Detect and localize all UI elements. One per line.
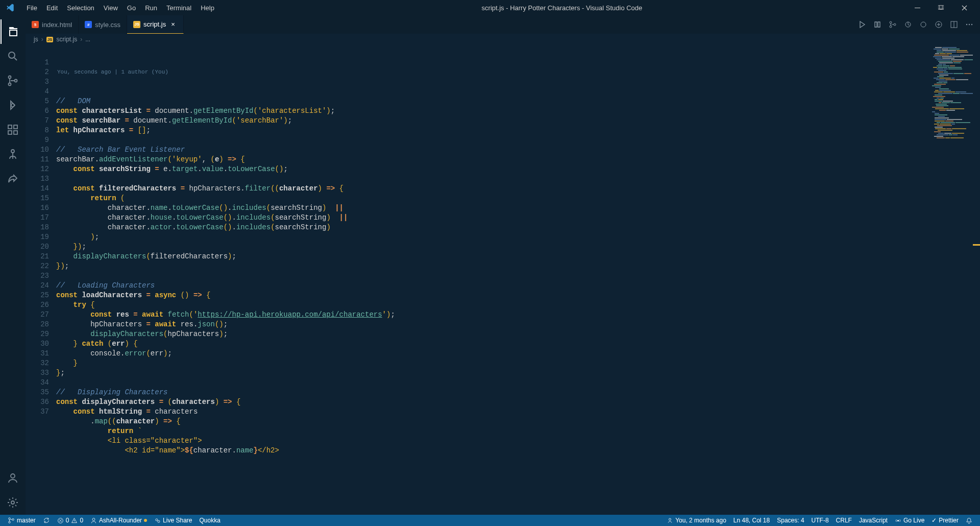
code-line[interactable]: // Loading Characters (56, 281, 980, 291)
code-line[interactable]: // Displaying Characters (56, 388, 980, 397)
account-status[interactable]: AshAll-Rounder (87, 515, 151, 526)
settings-gear-icon[interactable] (1, 490, 25, 515)
run-icon[interactable] (856, 19, 868, 30)
vscode-logo-icon (4, 2, 16, 14)
code-line[interactable]: <h2 id="name">${character.name}</h2> (56, 446, 980, 456)
minimap[interactable] (932, 47, 973, 200)
explorer-icon[interactable] (1, 19, 25, 44)
split-icon[interactable] (948, 19, 960, 30)
eol-status[interactable]: CRLF (832, 515, 855, 526)
next-icon[interactable] (918, 19, 929, 30)
encoding-status[interactable]: UTF-8 (808, 515, 832, 526)
code-line[interactable]: const charactersList = document.getEleme… (56, 106, 980, 116)
tab-style-css[interactable]: #style.css (79, 15, 127, 34)
svg-point-17 (894, 23, 896, 26)
code-line[interactable]: character.actor.toLowerCase().includes(s… (56, 223, 980, 232)
code-line[interactable]: hpCharacters = await res.json(); (56, 320, 980, 329)
maximize-button[interactable] (929, 0, 952, 15)
breadcrumb[interactable]: js › JS script.js › ... (26, 34, 980, 45)
language-status[interactable]: JavaScript (855, 515, 891, 526)
code-line[interactable] (56, 174, 980, 184)
search-icon[interactable] (1, 44, 25, 68)
account-icon[interactable] (1, 466, 25, 490)
toggle-icon[interactable] (933, 19, 944, 30)
tab-label: style.css (95, 21, 120, 29)
code-line[interactable]: ); (56, 232, 980, 242)
code-line[interactable]: const searchBar = document.getElementByI… (56, 116, 980, 126)
code-line[interactable]: const filteredCharacters = hpCharacters.… (56, 184, 980, 194)
tab-close-icon[interactable]: × (169, 20, 177, 29)
menu-edit[interactable]: Edit (42, 2, 62, 14)
svg-point-32 (669, 518, 671, 520)
indentation-status[interactable]: Spaces: 4 (773, 515, 807, 526)
share-icon[interactable] (1, 166, 25, 191)
prettier-status[interactable]: ✓ Prettier (928, 515, 962, 526)
vertical-scrollbar[interactable] (973, 45, 980, 515)
code-line[interactable]: } catch (err) { (56, 339, 980, 349)
tab-script-js[interactable]: JSscript.js× (127, 15, 184, 34)
code-line[interactable] (56, 378, 980, 388)
code-line[interactable]: }); (56, 261, 980, 271)
code-line[interactable]: // Search Bar Event Listener (56, 145, 980, 155)
code-line[interactable]: character.house.toLowerCase().includes(s… (56, 213, 980, 223)
code-line[interactable]: }); (56, 242, 980, 252)
code-line[interactable]: const displayCharacters = (characters) =… (56, 397, 980, 407)
code-line[interactable]: return ( (56, 194, 980, 203)
menu-go[interactable]: Go (123, 2, 140, 14)
code-line[interactable]: try { (56, 300, 980, 310)
code-line[interactable]: character.name.toLowerCase().includes(se… (56, 203, 980, 213)
breadcrumb-item[interactable]: script.js (56, 36, 77, 43)
code-line[interactable]: displayCharacters(filteredCharacters); (56, 252, 980, 261)
code-line[interactable]: // DOM (56, 97, 980, 106)
svg-point-4 (9, 76, 11, 79)
code-line[interactable] (56, 135, 980, 145)
minimize-button[interactable] (905, 0, 929, 15)
code-content[interactable]: You, seconds ago | 1 author (You) // DOM… (56, 45, 980, 515)
menu-terminal[interactable]: Terminal (162, 2, 195, 14)
code-line[interactable]: const res = await fetch('https://hp-api.… (56, 310, 980, 320)
extensions-icon[interactable] (1, 117, 25, 142)
menu-run[interactable]: Run (141, 2, 161, 14)
code-line[interactable]: }; (56, 368, 980, 378)
git-icon[interactable] (887, 19, 898, 30)
code-line[interactable]: } (56, 358, 980, 368)
code-line[interactable]: console.error(err); (56, 349, 980, 358)
breadcrumb-item[interactable]: js (34, 36, 38, 43)
sync-status[interactable] (39, 515, 54, 526)
code-line[interactable]: searchBar.addEventListener('keyup', (e) … (56, 155, 980, 164)
code-line[interactable]: return ` (56, 426, 980, 436)
code-line[interactable]: displayCharacters(hpCharacters); (56, 329, 980, 339)
git-blame-status[interactable]: You, 2 months ago (663, 515, 730, 526)
menu-view[interactable]: View (100, 2, 122, 14)
gitlens-icon[interactable] (1, 142, 25, 166)
close-button[interactable] (952, 0, 976, 15)
code-line[interactable]: const searchString = e.target.value.toLo… (56, 164, 980, 174)
quokka-status[interactable]: Quokka (195, 515, 224, 526)
source-control-icon[interactable] (1, 68, 25, 93)
code-line[interactable]: const loadCharacters = async () => { (56, 291, 980, 300)
tab-bar: 5index.html#style.cssJSscript.js× (26, 15, 980, 34)
svg-rect-1 (938, 5, 942, 9)
cursor-position-status[interactable]: Ln 48, Col 18 (730, 515, 773, 526)
code-line[interactable]: .map((character) => { (56, 417, 980, 426)
tab-index-html[interactable]: 5index.html (26, 15, 79, 34)
breadcrumb-item[interactable]: ... (85, 36, 90, 43)
code-line[interactable]: const htmlString = characters (56, 407, 980, 417)
problems-status[interactable]: 0 0 (54, 515, 87, 526)
code-line[interactable] (56, 271, 980, 281)
prev-icon[interactable] (902, 19, 914, 30)
git-blame-codelens[interactable]: You, seconds ago | 1 author (You) (56, 67, 980, 77)
notifications-status[interactable] (962, 515, 976, 526)
menu-file[interactable]: File (22, 2, 41, 14)
menu-help[interactable]: Help (197, 2, 218, 14)
code-line[interactable]: <li class="character"> (56, 436, 980, 446)
menu-selection[interactable]: Selection (63, 2, 98, 14)
git-branch-status[interactable]: master (4, 515, 39, 526)
code-line[interactable]: let hpCharacters = []; (56, 126, 980, 135)
liveshare-status[interactable]: Live Share (151, 515, 195, 526)
debug-icon[interactable] (1, 93, 25, 117)
editor[interactable]: 1234567891011121314151617181920212223242… (26, 45, 980, 515)
more-icon[interactable] (964, 19, 975, 30)
compare-icon[interactable] (872, 19, 883, 30)
golive-status[interactable]: Go Live (891, 515, 928, 526)
